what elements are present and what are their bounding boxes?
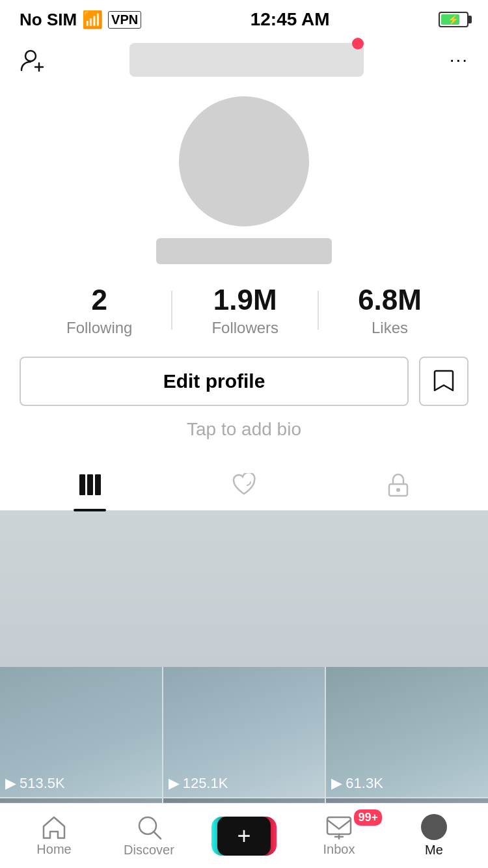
inbox-label: Inbox — [323, 842, 355, 857]
svg-point-0 — [25, 51, 36, 61]
play-count-1: ▶ 513.5K — [5, 775, 65, 792]
tab-liked[interactable] — [167, 459, 321, 510]
add-user-icon — [20, 47, 44, 72]
play-icon-2: ▶ — [169, 775, 180, 792]
lock-icon — [387, 472, 409, 497]
svg-rect-5 — [95, 474, 101, 495]
plus-icon: + — [237, 822, 251, 850]
me-avatar — [421, 814, 447, 840]
add-button[interactable]: + — [211, 817, 277, 856]
grid-icon — [78, 473, 102, 496]
followers-label: Followers — [211, 319, 278, 337]
edit-profile-button[interactable]: Edit profile — [20, 357, 409, 406]
add-user-button[interactable] — [20, 47, 44, 72]
tab-private[interactable] — [321, 459, 475, 510]
inbox-badge-count: 99+ — [354, 809, 382, 826]
avatar-section — [0, 83, 488, 264]
discover-label: Discover — [124, 843, 174, 858]
following-count: 2 — [91, 284, 107, 316]
status-right: ⚡ — [439, 12, 468, 27]
followers-stat[interactable]: 1.9M Followers — [172, 284, 318, 337]
status-left: No SIM 📶 VPN — [20, 10, 141, 30]
inbox-icon — [326, 815, 352, 839]
svg-point-7 — [396, 488, 400, 492]
video-thumb-1[interactable]: ▶ 513.5K — [0, 667, 162, 797]
status-bar: No SIM 📶 VPN 12:45 AM ⚡ — [0, 0, 488, 36]
bottom-nav: Home Discover + 99+ Inbox Me — [0, 803, 488, 868]
nav-me[interactable]: Me — [401, 814, 467, 858]
username-notification-dot — [352, 38, 364, 49]
likes-label: Likes — [372, 319, 408, 337]
nav-home[interactable]: Home — [21, 815, 87, 857]
action-buttons: Edit profile — [20, 357, 468, 406]
video-thumb-2[interactable]: ▶ 125.1K — [163, 667, 325, 797]
svg-rect-4 — [87, 474, 93, 495]
play-count-3: ▶ 61.3K — [331, 775, 383, 792]
bio-placeholder-text: Tap to add bio — [187, 419, 301, 439]
status-time: 12:45 AM — [251, 9, 330, 30]
following-label: Following — [66, 319, 132, 337]
username-bar — [129, 43, 364, 77]
bio-section[interactable]: Tap to add bio — [0, 406, 488, 459]
add-button-inner: + — [217, 817, 271, 856]
username-placeholder — [156, 238, 332, 264]
carrier-text: No SIM — [20, 10, 77, 30]
play-count-2: ▶ 125.1K — [169, 775, 228, 792]
play-icon-1: ▶ — [5, 775, 16, 792]
wifi-icon: 📶 — [82, 10, 103, 30]
svg-rect-10 — [327, 817, 351, 834]
play-icon-3: ▶ — [331, 775, 342, 792]
avatar — [179, 96, 309, 226]
battery-icon: ⚡ — [439, 12, 468, 27]
stats-row: 2 Following 1.9M Followers 6.8M Likes — [0, 284, 488, 337]
bookmark-icon — [433, 370, 454, 393]
tab-videos[interactable] — [13, 459, 167, 510]
svg-rect-3 — [79, 474, 85, 495]
nav-discover[interactable]: Discover — [116, 814, 182, 858]
likes-count: 6.8M — [358, 284, 422, 316]
liked-icon — [232, 473, 256, 496]
likes-stat[interactable]: 6.8M Likes — [319, 284, 461, 337]
bookmark-button[interactable] — [419, 357, 468, 406]
svg-line-9 — [154, 832, 161, 839]
more-icon: ··· — [450, 49, 468, 70]
more-options-button[interactable]: ··· — [450, 49, 468, 70]
video-thumb-3[interactable]: ▶ 61.3K — [326, 667, 488, 797]
nav-inbox[interactable]: 99+ Inbox — [306, 815, 372, 857]
profile-header: ··· — [0, 36, 488, 83]
home-label: Home — [36, 842, 71, 857]
vpn-badge: VPN — [108, 11, 141, 29]
discover-icon — [136, 814, 162, 840]
home-icon — [41, 815, 67, 839]
video-loading-area — [0, 511, 488, 667]
following-stat[interactable]: 2 Following — [27, 284, 171, 337]
me-label: Me — [425, 843, 443, 858]
tabs-section — [0, 459, 488, 511]
nav-add[interactable]: + — [211, 817, 277, 856]
followers-count: 1.9M — [213, 284, 277, 316]
